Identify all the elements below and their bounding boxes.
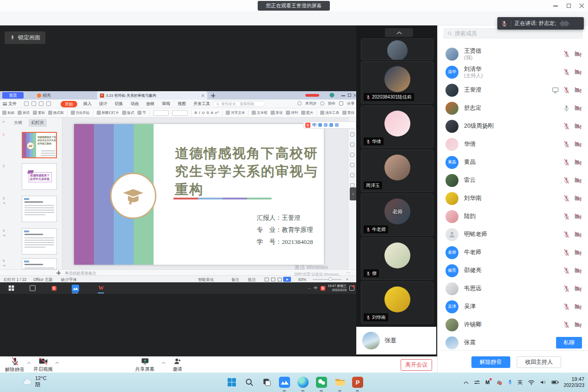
member-search-box[interactable]	[444, 28, 582, 38]
member-row[interactable]: 王誉澄	[438, 81, 588, 99]
slideshow-play-button[interactable]	[283, 277, 291, 282]
sogou-tray-icon[interactable]: S	[321, 286, 325, 291]
ribbon-tab[interactable]: 放映	[142, 100, 158, 108]
pin-view-button[interactable]: 锁定画面	[5, 31, 45, 44]
member-row[interactable]: 陆韵	[438, 207, 588, 225]
invite-toolbar-button[interactable]: 邀请	[173, 357, 182, 373]
video-options-chevron[interactable]	[55, 361, 59, 364]
video-tile[interactable]: 2020384301陆佳莉	[361, 61, 433, 104]
member-row[interactable]: 雷云	[438, 171, 588, 189]
ribbon-tool[interactable]: 文本框	[252, 111, 267, 115]
participant-card[interactable]: 张薏	[356, 327, 436, 355]
ribbon-tool[interactable]: 查找	[342, 111, 354, 115]
tab-outline[interactable]: 大纲	[14, 120, 22, 126]
slide-canvas[interactable]: 道德情感视角下高校研 究生导学关系的审视与 重构 汇报人：王誉澄 专 业：教育学…	[74, 124, 324, 265]
font-select-box[interactable]	[153, 110, 169, 116]
app-tray-icon[interactable]: M	[485, 380, 489, 385]
new-tab-button[interactable]	[211, 93, 215, 98]
member-row[interactable]: 老师 牛老师	[438, 243, 588, 261]
ribbon-tab[interactable]: 动画	[127, 100, 142, 108]
notification-icon[interactable]	[349, 286, 354, 291]
system-clock[interactable]: 19:47 2022/3/23	[564, 376, 585, 389]
close-button[interactable]	[575, 0, 588, 12]
member-row[interactable]: 20级周扬刚	[438, 117, 588, 135]
ime-tool-icon[interactable]	[318, 123, 322, 127]
member-row[interactable]: 健亮 邵健亮	[438, 261, 588, 280]
zoom-in-icon[interactable]: +	[346, 277, 348, 282]
normal-view-icon[interactable]	[265, 278, 269, 281]
ribbon-tool[interactable]: 剪切	[18, 111, 30, 115]
font-style-buttons[interactable]: B I U S A x²	[195, 111, 219, 115]
slide-thumbnail[interactable]	[22, 228, 57, 255]
ime-keyboard-icon[interactable]	[329, 123, 333, 127]
tray-expand-icon[interactable]: ︿	[308, 286, 311, 291]
ribbon-tool[interactable]: 排列	[286, 111, 298, 115]
wifi-icon[interactable]	[528, 380, 535, 385]
powerpoint-icon[interactable]: P	[352, 376, 364, 388]
member-row[interactable]: 许锡卿	[438, 316, 588, 334]
wps-maximize-icon[interactable]	[348, 93, 351, 97]
member-row[interactable]: 清华 刘清华 (主持人)	[438, 63, 588, 81]
leave-meeting-button[interactable]: 离开会议	[401, 359, 432, 371]
more-options-icon[interactable]: ⋯	[346, 270, 351, 275]
minimize-button[interactable]	[549, 0, 562, 12]
member-row[interactable]: 黄晶 黄晶	[438, 153, 588, 171]
expand-panel-handle[interactable]: ›	[350, 187, 356, 200]
share-options-chevron[interactable]	[161, 361, 166, 364]
presenter-clock[interactable]: 19:47 星期三 2022/3/23	[328, 284, 347, 292]
reclaim-host-button[interactable]: 收回主持人	[517, 356, 561, 368]
wps-taskbar-icon[interactable]: W	[97, 284, 105, 292]
member-row[interactable]: 韦思远	[438, 280, 588, 298]
ime-skin-icon[interactable]	[335, 123, 339, 127]
member-row[interactable]: 华倩	[438, 135, 588, 153]
wps-document-tab[interactable]: P 3.23 答辩稿-关系的审视与重构	[97, 91, 207, 100]
ribbon-tool[interactable]: 节	[137, 111, 146, 115]
slide-thumbnail[interactable]	[22, 258, 57, 269]
search-input[interactable]	[455, 30, 566, 37]
member-row[interactable]: 张震 私聊	[438, 334, 588, 350]
member-row[interactable]: 舒志定	[438, 99, 588, 117]
unmute-all-button[interactable]: 解除静音	[471, 356, 510, 368]
start-button[interactable]	[226, 376, 238, 388]
ribbon-tool[interactable]: 新建幻灯片	[97, 111, 119, 115]
ribbon-tool[interactable]: 图片	[301, 111, 313, 115]
wps-file-menu[interactable]: 文件	[3, 101, 17, 107]
member-row[interactable]: 刘华南	[438, 189, 588, 207]
start-icon[interactable]	[7, 284, 15, 292]
private-chat-button[interactable]: 私聊	[556, 337, 582, 348]
sogou-taskbar-icon[interactable]: S	[50, 284, 58, 292]
video-tile[interactable]: 牛老师 老师	[361, 193, 433, 236]
ime-indicator[interactable]: 中	[314, 286, 318, 291]
cloud-sync-error-icon[interactable]	[495, 380, 502, 385]
wps-ribbon-toolbar[interactable]: 粘贴剪切复制格式刷当前开始新建幻灯片版式节B I U S A x²对齐文本文本框…	[0, 108, 356, 118]
share-toolbar-button[interactable]: 共享屏幕	[135, 357, 155, 373]
quick-access-icons[interactable]	[24, 101, 51, 106]
ribbon-tab[interactable]: 开始	[61, 101, 77, 107]
task-view-button[interactable]	[261, 376, 273, 388]
sorter-view-icon[interactable]	[271, 278, 275, 281]
ribbon-tool[interactable]: 对齐文本	[226, 111, 245, 115]
search-button[interactable]	[243, 376, 255, 388]
video-tile[interactable]: 华倩	[361, 106, 433, 148]
ime-mic-icon[interactable]	[324, 123, 328, 127]
speaker-icon[interactable]	[540, 380, 546, 385]
wps-minimize-icon[interactable]	[341, 95, 345, 96]
collapse-panel-icon[interactable]: «	[2, 119, 5, 124]
ribbon-tab[interactable]: 视图	[174, 100, 190, 108]
member-row[interactable]: 明铭老师	[438, 225, 588, 243]
ribbon-tab[interactable]: 插入	[80, 100, 95, 108]
weather-widget[interactable]: 12°C 阴	[21, 375, 47, 388]
slide-thumbnail[interactable]: 道德情感视角下的导学关系审视	[22, 163, 57, 190]
edge-icon[interactable]	[297, 376, 309, 388]
ribbon-tool[interactable]: 演示工具	[320, 111, 339, 115]
ribbon-tab[interactable]: 切换	[111, 100, 127, 108]
video-tile[interactable]: 刘华南	[361, 281, 433, 324]
font-select-box[interactable]	[172, 110, 188, 116]
account-avatar[interactable]	[329, 93, 334, 98]
sliders-icon[interactable]	[474, 380, 480, 385]
reading-view-icon[interactable]	[278, 278, 282, 281]
member-row[interactable]: 吴津 吴津	[438, 298, 588, 316]
ribbon-tab[interactable]: 开发工具	[190, 100, 214, 108]
video-tile[interactable]: 傑	[361, 237, 433, 280]
mic-options-chevron[interactable]	[27, 361, 31, 364]
